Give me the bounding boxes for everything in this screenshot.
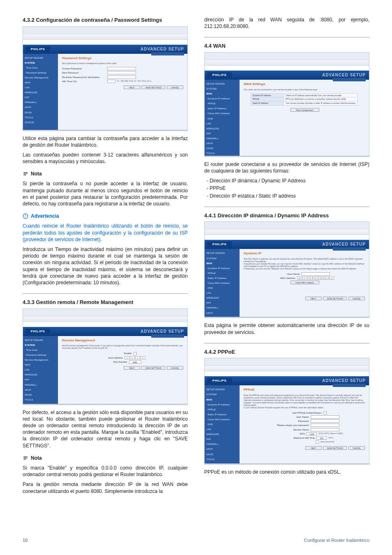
advanced-setup-label: ADVANCED SETUP (322, 242, 366, 247)
cancel-button[interactable]: CANCEL (348, 446, 365, 450)
cancel-button[interactable]: CANCEL (167, 85, 183, 89)
mac-seg[interactable]: 17 (302, 276, 307, 280)
footer-section-label: Configurar el Router Inalámbrico (304, 537, 369, 543)
screenshot-wan-settings: PHILIPS ADVANCED SETUP SETUP WIZARD SYST… (204, 52, 369, 157)
mtu-input[interactable]: 1492 (307, 432, 317, 435)
sec-44-title: 4.4 WAN (204, 42, 369, 50)
save-settings-button[interactable]: SAVE SETTINGS (323, 297, 347, 300)
note-heading: Nota (23, 455, 188, 461)
username-input[interactable] (311, 415, 339, 419)
help-button[interactable]: HELP (305, 446, 322, 450)
philips-logo: PHILIPS (25, 46, 50, 52)
service-name-input[interactable] (311, 428, 339, 431)
advanced-setup-label: ADVANCED SETUP (322, 378, 366, 384)
ss-content-title: WAN Settings (244, 82, 365, 87)
philips-logo: PHILIPS (207, 378, 232, 384)
wan-bullet-list: Dirección IP dinámica / Dynamic IP Addre… (207, 177, 369, 199)
screenshot-nav: SETUP WIZARD SYSTEM · Time Zone · Passwo… (23, 336, 58, 405)
screenshot-remote-management: PHILIPS ADVANCED SETUP SETUP WIZARD SYST… (23, 309, 188, 405)
ss-content-title: Password Settings (62, 56, 183, 61)
screenshot-nav: SETUP WIZARD SYSTEM WAN · Dynamic IP Add… (205, 80, 240, 156)
ss-content-title: Remote Management (62, 339, 183, 343)
pppoe-auth-checkbox[interactable] (323, 411, 327, 415)
mac-seg[interactable]: D2 (313, 276, 318, 280)
mac-seg[interactable]: EC (324, 276, 329, 280)
philips-logo: PHILIPS (25, 329, 50, 334)
cancel-button[interactable]: CANCEL (348, 297, 365, 300)
mac-seg[interactable]: 21 (329, 276, 334, 280)
para-wan-intro: El router puede conectarse a su proveedo… (204, 161, 369, 174)
para-pppoe: PPPoE es un método de conexión común uti… (204, 469, 369, 475)
host-addr-seg[interactable]: 0 (135, 356, 140, 359)
mac-seg[interactable]: 31 (308, 276, 313, 280)
note-icon (23, 455, 28, 461)
help-button[interactable]: HELP (124, 366, 140, 370)
screenshot-nav: SETUP WIZARD SYSTEM WAN · Dynamic IP Add… (205, 385, 240, 463)
port-number-input[interactable]: 8080 (129, 360, 141, 364)
sec-442-title: 4.4.2 PPPoE (204, 348, 369, 356)
para-remote-port: Para la gestión remota mediante direcció… (23, 481, 188, 494)
reenter-password-input[interactable] (107, 76, 136, 79)
sec-432-title: 4.3.2 Configuración de contraseña / Pass… (23, 16, 188, 24)
more-configuration-button[interactable]: More Configuration (291, 108, 319, 112)
sec-433-title: 4.3.3 Gestión remota / Remote Management (23, 299, 188, 306)
ss-content-title: PPPoE (244, 388, 365, 392)
note-body: Si pierde la contraseña o no puede acced… (23, 180, 188, 207)
sec-441-title: 4.4.1 Dirección IP dinámica / Dynamic IP… (204, 212, 369, 219)
host-name-input[interactable] (301, 272, 330, 276)
philips-logo: PHILIPS (207, 242, 232, 247)
note-icon (23, 171, 28, 177)
advanced-setup-label: ADVANCED SETUP (141, 46, 184, 52)
retype-password-input[interactable] (311, 424, 339, 427)
para-top-right: dirección IP de la red WAN seguida de :8… (204, 16, 369, 30)
save-settings-button[interactable]: SAVE SETTINGS (323, 446, 347, 450)
para-password-rules: Las contraseñas pueden contener 3-12 car… (23, 152, 188, 165)
screenshot-password-settings: PHILIPS ADVANCED SETUP SETUP WIZARD SYST… (23, 26, 188, 131)
note-heading: Nota (23, 170, 188, 177)
help-button[interactable]: HELP (124, 85, 140, 89)
wan-options-table: Dynamic IP AddressObtain an IP address a… (251, 93, 358, 106)
help-button[interactable]: HELP (305, 297, 322, 300)
page-number: 10 (23, 537, 28, 543)
screenshot-dynamic-ip: PHILIPS ADVANCED SETUP SETUP WIZARD SYST… (204, 221, 369, 318)
host-addr-seg[interactable]: 0 (125, 356, 129, 359)
screenshot-nav: SETUP WIZARD SYSTEM · Time Zone · Passwo… (23, 54, 58, 130)
autoreconnect-checkbox[interactable] (316, 440, 319, 444)
advanced-setup-label: ADVANCED SETUP (141, 329, 184, 334)
host-addr-seg[interactable]: 0 (141, 356, 145, 359)
idle-timeout-input[interactable] (107, 80, 115, 83)
current-password-input[interactable] (107, 67, 136, 70)
para-remote-mgmt: Por defecto, el acceso a la gestión sólo… (23, 409, 188, 449)
mac-seg[interactable]: 00 (297, 276, 302, 280)
warning-icon (23, 213, 28, 219)
password-input[interactable] (311, 419, 339, 423)
cancel-button[interactable]: CANCEL (167, 366, 183, 370)
para-dynamic-ip: Esta página le permite obtener automátic… (204, 322, 369, 335)
warning-heading: Advertencia (23, 213, 188, 219)
host-addr-seg[interactable]: 0 (130, 356, 135, 359)
max-idle-input[interactable]: 300 (316, 436, 327, 440)
save-settings-button[interactable]: SAVE SETTINGS (141, 366, 165, 370)
note2-body: Si marca "Enable" y especifica 0.0.0.0 c… (23, 465, 188, 478)
new-password-input[interactable] (107, 71, 136, 74)
clone-mac-button[interactable]: Clone MAC Address (291, 281, 319, 284)
para-password-intro: Utilice esta página para cambiar la cont… (23, 135, 188, 148)
advanced-setup-label: ADVANCED SETUP (322, 72, 366, 78)
para-idle-timeout: Introduzca un Tiempo de inactividad máxi… (23, 246, 188, 286)
enable-checkbox[interactable] (134, 352, 137, 355)
warning-body: Cuando reinicie el Router Inalámbrico ut… (23, 223, 188, 243)
ss-content-title: Dynamic IP (244, 251, 365, 256)
save-settings-button[interactable]: SAVE SETTINGS (141, 85, 165, 89)
mac-seg[interactable]: 5D (318, 276, 323, 280)
philips-logo: PHILIPS (207, 72, 232, 78)
screenshot-nav: SETUP WIZARD SYSTEM WAN · Dynamic IP Add… (205, 249, 240, 318)
screenshot-pppoe: PHILIPS ADVANCED SETUP SETUP WIZARD SYST… (204, 358, 369, 465)
